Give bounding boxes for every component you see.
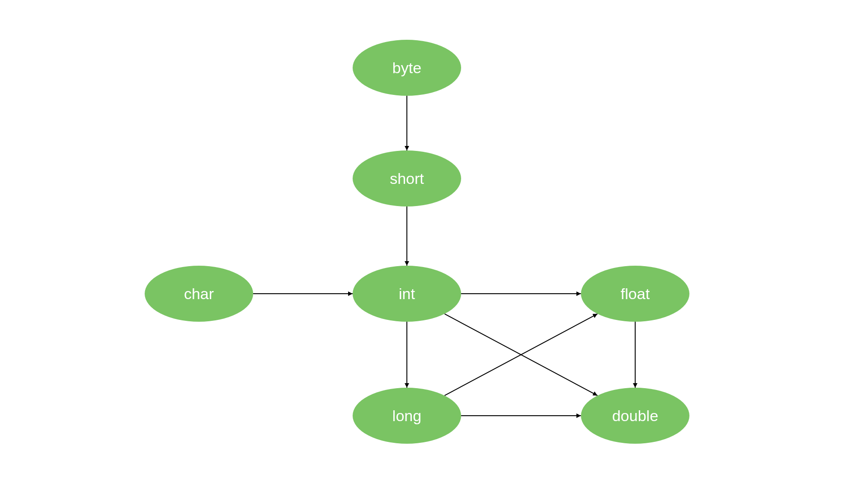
node-char: char xyxy=(145,266,253,322)
node-byte: byte xyxy=(353,40,461,96)
node-double: double xyxy=(581,388,689,444)
node-int: int xyxy=(353,266,461,322)
node-short: short xyxy=(353,150,461,206)
node-long: long xyxy=(353,388,461,444)
edge-int-to-double xyxy=(444,314,597,396)
node-float: float xyxy=(581,266,689,322)
type-conversion-diagram: byte short char int float long double xyxy=(0,0,868,488)
edge-long-to-float xyxy=(444,314,597,396)
